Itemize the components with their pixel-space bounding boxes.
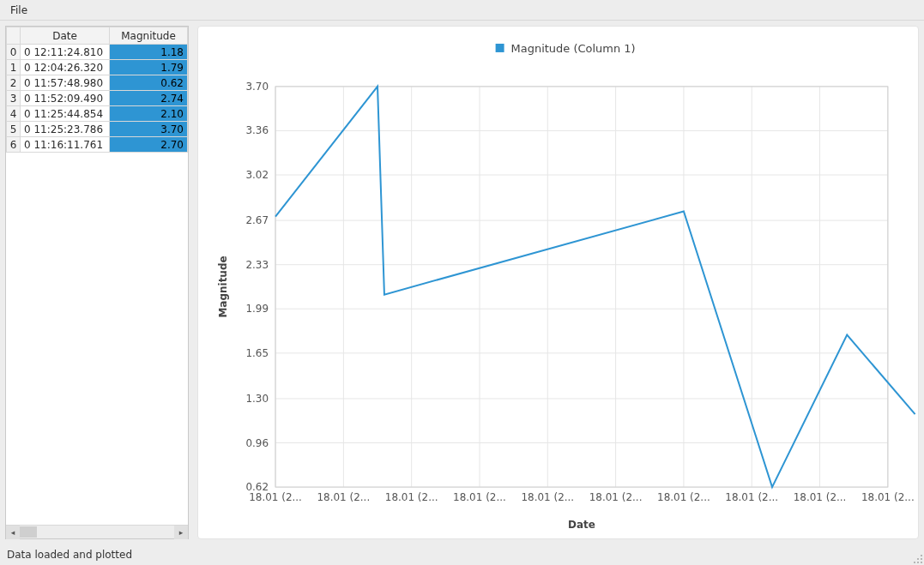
legend-swatch-icon xyxy=(496,44,504,52)
col-header-date[interactable]: Date xyxy=(21,27,110,45)
row-header[interactable]: 5 xyxy=(7,122,21,137)
menubar: File xyxy=(0,0,924,21)
cell-date[interactable]: 0 12:11:24.810 xyxy=(21,45,110,60)
y-tick-label: 3.70 xyxy=(245,81,269,93)
table-corner xyxy=(7,27,21,45)
scroll-right-icon[interactable]: ▸ xyxy=(174,526,188,539)
row-header[interactable]: 6 xyxy=(7,137,21,153)
table-scroll-area: Date Magnitude 00 12:11:24.8101.1810 12:… xyxy=(6,27,188,525)
cell-date[interactable]: 0 12:04:26.320 xyxy=(21,60,110,75)
scroll-track[interactable] xyxy=(20,526,174,538)
x-tick-label: 18.01 (2... xyxy=(794,491,847,503)
x-tick-label: 18.01 (2... xyxy=(385,491,438,503)
y-tick-label: 0.96 xyxy=(245,437,269,449)
line-chart: Magnitude (Column 1)0.620.961.301.651.99… xyxy=(198,27,918,538)
x-tick-label: 18.01 (2... xyxy=(521,491,574,503)
y-tick-label: 1.65 xyxy=(245,347,269,359)
y-tick-label: 1.99 xyxy=(245,303,269,315)
cell-date[interactable]: 0 11:52:09.490 xyxy=(21,91,110,106)
legend-label: Magnitude (Column 1) xyxy=(511,42,636,55)
cell-magnitude[interactable]: 0.62 xyxy=(110,75,188,91)
y-tick-label: 3.36 xyxy=(245,124,269,136)
cell-date[interactable]: 0 11:25:44.854 xyxy=(21,106,110,122)
series-line xyxy=(275,87,915,487)
table-row[interactable]: 10 12:04:26.3201.79 xyxy=(7,60,188,75)
menu-file[interactable]: File xyxy=(5,0,33,21)
cell-magnitude[interactable]: 2.10 xyxy=(110,106,188,122)
x-tick-label: 18.01 (2... xyxy=(861,491,915,503)
x-tick-label: 18.01 (2... xyxy=(317,491,370,503)
cell-date[interactable]: 0 11:57:48.980 xyxy=(21,75,110,91)
cell-magnitude[interactable]: 2.74 xyxy=(110,91,188,106)
scroll-thumb[interactable] xyxy=(20,526,37,538)
x-tick-label: 18.01 (2... xyxy=(249,491,302,503)
resize-grip-icon[interactable] xyxy=(910,551,922,563)
x-tick-label: 18.01 (2... xyxy=(657,491,710,503)
table-horizontal-scrollbar[interactable]: ◂ ▸ xyxy=(6,525,188,538)
data-table-pane: Date Magnitude 00 12:11:24.8101.1810 12:… xyxy=(5,26,189,539)
y-tick-label: 2.33 xyxy=(245,259,269,271)
cell-magnitude[interactable]: 1.79 xyxy=(110,60,188,75)
x-tick-label: 18.01 (2... xyxy=(453,491,506,503)
table-row[interactable]: 20 11:57:48.9800.62 xyxy=(7,75,188,91)
y-tick-label: 3.02 xyxy=(245,169,269,181)
row-header[interactable]: 1 xyxy=(7,60,21,75)
cell-magnitude[interactable]: 1.18 xyxy=(110,45,188,60)
row-header[interactable]: 0 xyxy=(7,45,21,60)
cell-date[interactable]: 0 11:25:23.786 xyxy=(21,122,110,137)
chart-pane: Magnitude (Column 1)0.620.961.301.651.99… xyxy=(197,26,919,539)
x-tick-label: 18.01 (2... xyxy=(725,491,778,503)
col-header-magnitude[interactable]: Magnitude xyxy=(110,27,188,45)
y-axis-label: Magnitude xyxy=(217,255,229,317)
main-content: Date Magnitude 00 12:11:24.8101.1810 12:… xyxy=(0,21,924,544)
x-axis-label: Date xyxy=(568,519,595,531)
cell-magnitude[interactable]: 3.70 xyxy=(110,122,188,137)
cell-magnitude[interactable]: 2.70 xyxy=(110,137,188,153)
row-header[interactable]: 4 xyxy=(7,106,21,122)
data-table[interactable]: Date Magnitude 00 12:11:24.8101.1810 12:… xyxy=(6,27,188,153)
cell-date[interactable]: 0 11:16:11.761 xyxy=(21,137,110,153)
table-row[interactable]: 50 11:25:23.7863.70 xyxy=(7,122,188,137)
table-row[interactable]: 00 12:11:24.8101.18 xyxy=(7,45,188,60)
y-tick-label: 2.67 xyxy=(245,214,269,226)
table-row[interactable]: 60 11:16:11.7612.70 xyxy=(7,137,188,153)
table-row[interactable]: 40 11:25:44.8542.10 xyxy=(7,106,188,122)
status-text: Data loaded and plotted xyxy=(7,549,132,561)
plot-border xyxy=(275,87,888,487)
row-header[interactable]: 2 xyxy=(7,75,21,91)
row-header[interactable]: 3 xyxy=(7,91,21,106)
y-tick-label: 1.30 xyxy=(245,393,269,405)
scroll-left-icon[interactable]: ◂ xyxy=(6,526,20,539)
status-bar: Data loaded and plotted xyxy=(0,544,924,565)
table-row[interactable]: 30 11:52:09.4902.74 xyxy=(7,91,188,106)
x-tick-label: 18.01 (2... xyxy=(589,491,643,503)
